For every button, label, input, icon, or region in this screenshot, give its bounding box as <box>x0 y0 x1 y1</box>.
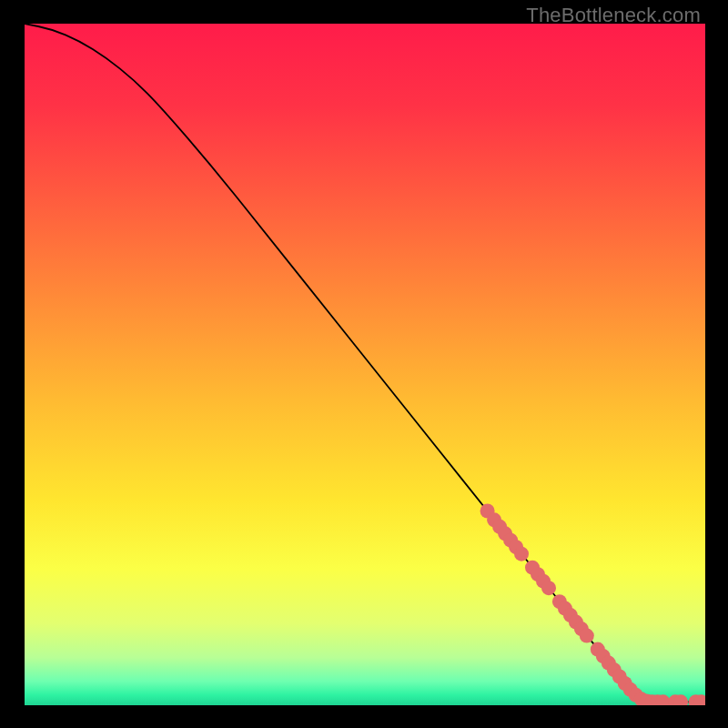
data-curve <box>25 24 705 702</box>
chart-plot <box>25 24 705 705</box>
data-marker <box>580 629 594 643</box>
data-markers <box>480 504 705 706</box>
data-marker <box>541 581 556 595</box>
data-marker <box>514 547 529 561</box>
chart-frame <box>25 24 705 705</box>
